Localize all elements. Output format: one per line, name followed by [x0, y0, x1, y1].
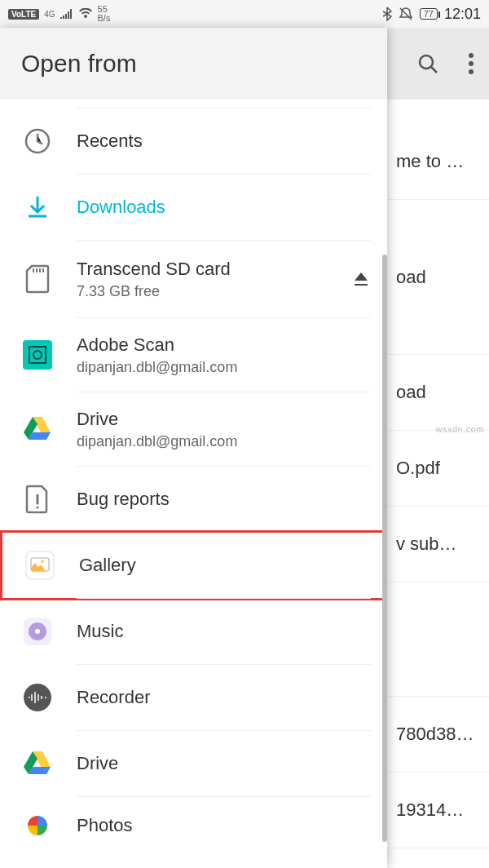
music-icon: [21, 615, 54, 648]
drawer-body: Recents Downloads Transcend SD card 7.33…: [0, 100, 387, 868]
open-from-drawer: Open from Recents Downloads: [0, 28, 387, 868]
svg-point-3: [469, 69, 474, 74]
search-icon[interactable]: [416, 51, 440, 76]
drawer-item-subtitle: dipanjan.dbl@gmail.com: [77, 359, 371, 376]
status-bar: VoLTE 4G 55 B/s 77 12:01: [0, 0, 489, 28]
network-speed: 55 B/s: [98, 5, 111, 23]
drawer-item-label: Drive: [77, 752, 371, 776]
drawer-item-photos[interactable]: Photos: [0, 797, 387, 846]
drawer-item-bugreports[interactable]: Bug reports: [0, 467, 387, 532]
watermark: wsxdn.com: [435, 424, 484, 434]
drawer-item-subtitle: 7.33 GB free: [77, 283, 351, 300]
drawer-item-label: Recorder: [77, 686, 371, 710]
drawer-item-label: Transcend SD card: [77, 258, 351, 281]
adobe-scan-icon: [21, 339, 54, 371]
google-drive-icon: [21, 747, 54, 780]
drawer-item-recorder[interactable]: Recorder: [0, 665, 387, 730]
svg-point-14: [24, 684, 51, 711]
svg-point-2: [469, 61, 474, 66]
drawer-item-downloads[interactable]: Downloads: [0, 175, 387, 240]
drawer-scroll[interactable]: Recents Downloads Transcend SD card 7.33…: [0, 100, 387, 868]
recorder-icon: [21, 681, 54, 714]
eject-icon[interactable]: [351, 269, 371, 289]
bug-report-icon: [21, 483, 54, 516]
more-options-icon[interactable]: [468, 52, 474, 75]
clock: 12:01: [444, 6, 481, 23]
drawer-item-label: Recents: [77, 130, 371, 153]
bluetooth-icon: [382, 7, 392, 21]
drawer-item-label: Adobe Scan: [77, 334, 371, 357]
drawer-item-label: Drive: [77, 408, 371, 432]
clock-icon: [21, 125, 54, 157]
drawer-item-label: Downloads: [77, 196, 371, 219]
drawer-item-drive[interactable]: Drive dipanjan.dbl@gmail.com: [0, 392, 387, 466]
svg-point-13: [35, 629, 40, 634]
drawer-scrollbar[interactable]: [382, 255, 387, 842]
google-drive-icon: [21, 413, 54, 445]
gallery-highlight: Gallery: [0, 530, 387, 600]
svg-rect-5: [23, 340, 52, 370]
drawer-item-gallery[interactable]: Gallery: [2, 533, 385, 598]
download-icon: [21, 191, 54, 224]
drawer-item-label: Gallery: [79, 554, 368, 578]
drawer-item-drive-2[interactable]: Drive: [0, 731, 387, 796]
status-right: 77 12:01: [382, 6, 481, 23]
network-type: 4G: [44, 10, 55, 19]
drawer-item-label: Bug reports: [77, 488, 371, 512]
gallery-icon: [24, 549, 56, 582]
drawer-item-sdcard[interactable]: Transcend SD card 7.33 GB free: [0, 241, 387, 317]
drawer-item-recents[interactable]: Recents: [0, 108, 387, 174]
drawer-item-subtitle: dipanjan.dbl@gmail.com: [77, 433, 371, 450]
battery-indicator: 77: [420, 8, 438, 20]
drawer-item-label: Music: [77, 620, 371, 644]
mute-icon: [399, 7, 413, 21]
svg-point-0: [420, 55, 433, 69]
wifi-icon: [78, 8, 93, 20]
signal-icon: [60, 9, 73, 19]
sdcard-icon: [21, 263, 54, 295]
drawer-item-label: Photos: [77, 814, 371, 838]
drawer-item-music[interactable]: Music: [0, 599, 387, 664]
volte-badge: VoLTE: [8, 9, 39, 20]
svg-point-10: [41, 560, 44, 563]
drawer-title: Open from: [0, 28, 387, 100]
drawer-item-adobescan[interactable]: Adobe Scan dipanjan.dbl@gmail.com: [0, 318, 387, 392]
status-left: VoLTE 4G 55 B/s: [8, 5, 110, 23]
svg-point-1: [469, 53, 474, 58]
google-photos-icon: [21, 809, 54, 842]
